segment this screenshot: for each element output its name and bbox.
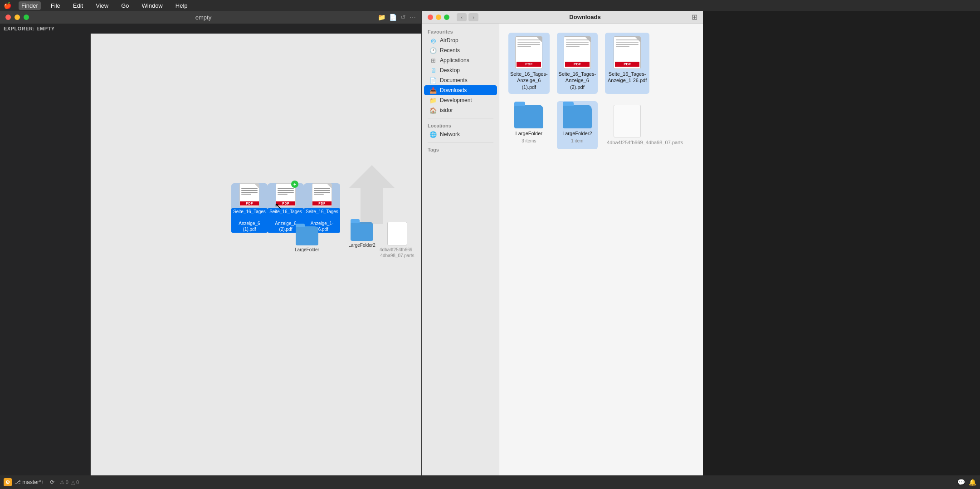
- airdrop-icon: ◎: [429, 37, 437, 44]
- sidebar-item-isidor[interactable]: 🏠 isidor: [424, 105, 497, 115]
- finder-titlebar: ‹ › Downloads ⊞: [422, 11, 703, 24]
- sidebar-item-desktop[interactable]: 🖥 Desktop: [424, 65, 497, 75]
- finder-back-btn[interactable]: ‹: [457, 13, 467, 21]
- refresh-icon[interactable]: ↺: [400, 14, 406, 21]
- finder-folder1-icon: [514, 105, 543, 128]
- development-icon: 📁: [429, 97, 437, 104]
- sidebar-item-downloads[interactable]: 📥 Downloads: [424, 85, 497, 95]
- new-folder-icon[interactable]: 📁: [378, 14, 385, 21]
- documents-icon: 📄: [429, 77, 437, 84]
- pdf3-badge: PDF: [312, 201, 332, 205]
- finder-folder2-label: LargeFolder2: [562, 130, 592, 137]
- taskbar-right: 💬 🔔: [957, 479, 976, 486]
- finder-folder1[interactable]: LargeFolder 3 items: [508, 101, 550, 149]
- sidebar-item-airdrop[interactable]: ◎ AirDrop: [424, 35, 497, 45]
- vscode-title: empty: [33, 14, 374, 21]
- finder-pdf1[interactable]: PDF Seite_16_Tages-Anzeige_6 (1).pdf: [508, 33, 550, 94]
- finder-folder2-icon: [563, 105, 592, 128]
- taskbar-errors-badge[interactable]: ⚠ 0: [60, 479, 68, 485]
- locations-header: Locations: [422, 121, 499, 129]
- empty-cell: [657, 33, 694, 94]
- menubar-edit[interactable]: Edit: [70, 1, 86, 10]
- sidebar-isidor-label: isidor: [440, 107, 453, 113]
- sidebar-separator-2: [428, 142, 493, 142]
- traffic-light-red[interactable]: [5, 15, 11, 20]
- finder-partial-icon: [614, 105, 641, 137]
- finder-tl-red[interactable]: [428, 15, 433, 20]
- traffic-light-yellow[interactable]: [15, 15, 20, 20]
- finder-grid: PDF Seite_16_Tages-Anzeige_6 (1).pdf: [505, 29, 697, 153]
- sidebar-recents-label: Recents: [440, 47, 460, 54]
- sidebar-item-network[interactable]: 🌐 Network: [424, 129, 497, 139]
- finder-main: PDF Seite_16_Tages-Anzeige_6 (1).pdf: [499, 24, 703, 475]
- explorer-label: EXPLORER: EMPTY: [4, 26, 55, 31]
- svg-marker-0: [349, 165, 395, 224]
- pdf3-icon: PDF: [312, 183, 332, 207]
- new-file-icon[interactable]: 📄: [389, 14, 397, 21]
- menubar-file[interactable]: File: [48, 1, 63, 10]
- taskbar-warnings-badge[interactable]: △ 0: [71, 479, 79, 485]
- drag-pdf3[interactable]: PDF Seite_16_Tages-Anzeige_1-26.pdf: [304, 183, 340, 233]
- taskbar-bell-icon[interactable]: 🔔: [969, 479, 976, 486]
- apple-menu[interactable]: 🍎: [4, 2, 11, 9]
- finder-drag-area[interactable]: PDF Seite_16_Tages-Anzeige_6 (1).pdf: [91, 34, 421, 475]
- finder-pdf2-icon: PDF: [564, 36, 591, 69]
- downloads-icon: 📥: [429, 87, 437, 94]
- sidebar-desktop-label: Desktop: [440, 67, 460, 73]
- menubar-finder[interactable]: Finder: [19, 1, 41, 10]
- menubar-go[interactable]: Go: [118, 1, 132, 10]
- finder-partial[interactable]: 4dba4f254fb669_4dba98_07.parts: [605, 101, 649, 149]
- finder-pdf2-badge: PDF: [565, 62, 590, 67]
- vscode-titlebar: empty 📁 📄 ↺ ⋯: [0, 11, 421, 24]
- finder-pdf3-badge: PDF: [615, 62, 639, 67]
- finder-pdf3-label: Seite_16_Tages-Anzeige_1-26.pdf: [607, 71, 648, 84]
- vscode-toolbar-icons: 📁 📄 ↺ ⋯: [378, 14, 416, 21]
- sidebar-applications-label: Applications: [440, 57, 469, 64]
- vscode-content: PDF Seite_16_Tages-Anzeige_6 (1).pdf: [0, 34, 421, 475]
- network-icon: 🌐: [429, 131, 437, 138]
- menubar: 🍎 Finder File Edit View Go Window Help: [0, 0, 980, 11]
- apps-icon: ⊞: [429, 57, 437, 64]
- taskbar-vscode-icon: ⚙: [4, 478, 12, 486]
- sidebar-downloads-label: Downloads: [440, 87, 467, 93]
- drag-folder1-icon: [296, 226, 318, 245]
- finder-traffic-lights: [428, 15, 449, 20]
- sidebar-network-label: Network: [440, 131, 460, 137]
- vscode-sidebar: [0, 34, 91, 475]
- finder-pdf2[interactable]: PDF Seite_16_Tages-Anzeige_6 (2).pdf: [557, 33, 598, 94]
- collapse-icon[interactable]: ⋯: [410, 14, 416, 21]
- sidebar-item-applications[interactable]: ⊞ Applications: [424, 55, 497, 65]
- drag-folder1[interactable]: LargeFolder: [289, 226, 325, 253]
- taskbar-branch-label[interactable]: ⎇ master*+: [15, 479, 44, 485]
- finder-folder1-sublabel: 3 items: [522, 138, 536, 143]
- sidebar-item-documents[interactable]: 📄 Documents: [424, 75, 497, 85]
- finder-sidebar: Favourites ◎ AirDrop 🕐 Recents ⊞ Applica…: [422, 24, 499, 475]
- finder-pdf1-badge: PDF: [517, 62, 541, 67]
- sidebar-separator: [428, 118, 493, 118]
- drag-pdf1[interactable]: PDF Seite_16_Tages-Anzeige_6 (1).pdf: [231, 183, 268, 233]
- drag-folder2-label: LargeFolder2: [348, 242, 375, 248]
- finder-tl-green[interactable]: [444, 15, 449, 20]
- finder-nav-buttons: ‹ ›: [457, 13, 478, 21]
- cursor: ↖: [274, 200, 282, 211]
- finder-pdf1-icon: PDF: [515, 36, 542, 69]
- tags-header: Tags: [422, 145, 499, 153]
- sidebar-documents-label: Documents: [440, 77, 468, 83]
- sidebar-item-recents[interactable]: 🕐 Recents: [424, 45, 497, 55]
- finder-folder2-sublabel: 1 item: [571, 138, 583, 143]
- menubar-view[interactable]: View: [93, 1, 111, 10]
- copy-badge: +: [291, 181, 298, 188]
- menubar-window[interactable]: Window: [139, 1, 166, 10]
- sidebar-development-label: Development: [440, 97, 472, 103]
- finder-pdf3[interactable]: PDF Seite_16_Tages-Anzeige_1-26.pdf: [605, 33, 649, 94]
- finder-folder2[interactable]: LargeFolder2 1 item: [557, 101, 598, 149]
- finder-forward-btn[interactable]: ›: [468, 13, 478, 21]
- finder-tl-yellow[interactable]: [436, 15, 441, 20]
- taskbar: ⚙ ⎇ master*+ ⟳ ⚠ 0 △ 0 💬 🔔: [0, 475, 980, 489]
- menubar-help[interactable]: Help: [173, 1, 190, 10]
- traffic-light-green[interactable]: [24, 15, 29, 20]
- finder-view-btn[interactable]: ⊞: [692, 13, 697, 21]
- taskbar-sync-icon[interactable]: ⟳: [50, 479, 54, 485]
- taskbar-chat-icon[interactable]: 💬: [957, 479, 965, 486]
- sidebar-item-development[interactable]: 📁 Development: [424, 95, 497, 105]
